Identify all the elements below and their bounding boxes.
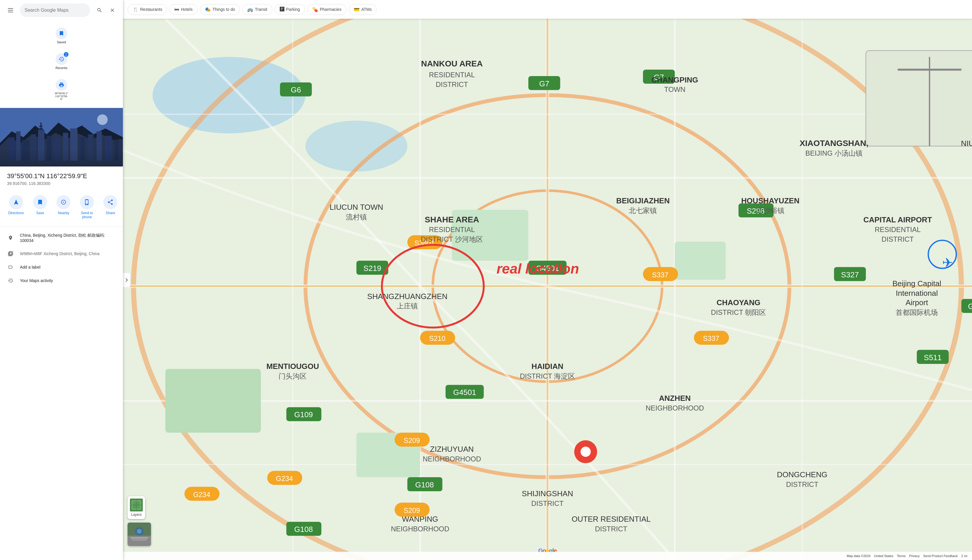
- nearby-button[interactable]: Nearby: [53, 193, 74, 222]
- svg-text:G108: G108: [415, 480, 434, 489]
- maps-activity-icon: [7, 278, 14, 283]
- svg-rect-10: [38, 130, 45, 161]
- svg-text:TOWN: TOWN: [664, 85, 685, 93]
- street-view-svg: [128, 523, 151, 546]
- layers-label: Layers: [131, 513, 142, 517]
- collapse-sidebar-button[interactable]: [123, 272, 130, 288]
- svg-text:S337: S337: [703, 334, 719, 342]
- svg-text:G6: G6: [291, 85, 301, 94]
- atms-label: ATMs: [361, 7, 372, 12]
- restaurants-filter[interactable]: 🍴 Restaurants: [128, 4, 167, 15]
- sidebar-item-saved[interactable]: Saved: [52, 25, 71, 46]
- svg-rect-18: [105, 136, 112, 161]
- plus-code-text: W98M+M8F Xicheng District, Beijing, Chin…: [20, 251, 116, 256]
- transit-filter[interactable]: 🚌 Transit: [242, 4, 272, 15]
- parking-icon: 🅿: [280, 7, 284, 12]
- address-row[interactable]: China, Beijing, Xicheng District, 劲松 邮政编…: [0, 229, 123, 247]
- terms-link[interactable]: Terms: [897, 554, 905, 558]
- svg-text:SHIJINGSHAN: SHIJINGSHAN: [522, 489, 573, 498]
- svg-text:S209: S209: [403, 507, 420, 514]
- svg-text:DISTRICT 朝阳区: DISTRICT 朝阳区: [711, 308, 766, 316]
- sidebar: 39°55'00.1"N 116°22'59.9"E Saved: [0, 0, 123, 560]
- svg-text:S511: S511: [924, 353, 942, 362]
- layers-button[interactable]: Layers: [128, 496, 145, 519]
- location-info: 39°55'00.1"N 116°22'59.9"E 39.916700, 11…: [0, 167, 123, 190]
- svg-text:DISTRICT: DISTRICT: [436, 80, 468, 88]
- svg-text:Airport: Airport: [905, 298, 929, 307]
- svg-text:DISTRICT: DISTRICT: [882, 235, 914, 243]
- hotels-filter[interactable]: 🛏 Hotels: [169, 4, 197, 15]
- info-rows: China, Beijing, Xicheng District, 劲松 邮政编…: [0, 227, 123, 290]
- top-bar: 39°55'00.1"N 116°22'59.9"E: [0, 0, 123, 20]
- scale-label: 2 mi: [961, 554, 967, 558]
- send-feedback-link[interactable]: Send Product Feedback: [923, 554, 958, 558]
- share-button[interactable]: Share: [100, 193, 121, 222]
- svg-text:MENTIOUGOU: MENTIOUGOU: [266, 362, 319, 371]
- recents-label: Recents: [56, 66, 67, 70]
- svg-rect-17: [97, 132, 102, 161]
- clear-search-button[interactable]: [107, 4, 118, 16]
- svg-text:DISTRICT: DISTRICT: [531, 500, 564, 507]
- svg-rect-12: [54, 139, 60, 161]
- svg-text:RESIDENTIAL: RESIDENTIAL: [429, 71, 475, 79]
- svg-rect-46: [165, 369, 261, 433]
- location-coords: 39.916700, 116.383300: [7, 181, 116, 186]
- svg-text:SHAHE AREA: SHAHE AREA: [425, 215, 479, 224]
- search-button[interactable]: [93, 4, 105, 16]
- pharmacies-filter[interactable]: 💊 Pharmacies: [307, 4, 347, 15]
- sidebar-item-print[interactable]: 39°55'00.1" 116°22'59.5": [51, 77, 72, 103]
- map-canvas[interactable]: G6 G7 G4501 S219 S3801 G7 NANKOU AREA RE…: [123, 19, 972, 560]
- svg-point-156: [137, 529, 142, 534]
- svg-text:real location: real location: [497, 261, 579, 277]
- svg-rect-6: [9, 137, 15, 161]
- svg-rect-8: [22, 140, 29, 161]
- svg-text:International: International: [895, 289, 938, 298]
- search-actions: [93, 4, 118, 16]
- hotels-icon: 🛏: [174, 7, 179, 12]
- svg-rect-2: [8, 12, 13, 12]
- svg-text:首都国际机场: 首都国际机场: [895, 308, 938, 316]
- privacy-link[interactable]: Privacy: [909, 554, 920, 558]
- plus-code-row[interactable]: W98M+M8F Xicheng District, Beijing, Chin…: [0, 247, 123, 260]
- svg-text:CAPITAL AIRPORT: CAPITAL AIRPORT: [864, 215, 932, 224]
- map-data-label: Map data ©2024: [847, 554, 871, 558]
- svg-text:BEIJING 小汤山镇: BEIJING 小汤山镇: [805, 149, 863, 157]
- add-label-icon: [7, 265, 14, 270]
- print-label: 39°55'00.1" 116°22'59.5": [54, 92, 69, 101]
- things-to-do-icon: 🎭: [205, 7, 211, 12]
- send-to-phone-label: Send to phone: [80, 211, 94, 219]
- svg-text:CHAOYANG: CHAOYANG: [717, 298, 760, 307]
- svg-text:BEIGIJIAZHEN: BEIGIJIAZHEN: [616, 196, 670, 205]
- menu-button[interactable]: [5, 4, 17, 16]
- things-to-do-filter[interactable]: 🎭 Things to do: [200, 4, 240, 15]
- hotels-label: Hotels: [181, 7, 193, 12]
- directions-button[interactable]: Directions: [5, 193, 27, 222]
- send-to-phone-button[interactable]: Send to phone: [77, 193, 97, 222]
- maps-activity-text: Your Maps activity: [20, 278, 116, 283]
- sidebar-item-recents[interactable]: 2 Recents: [52, 51, 71, 72]
- svg-rect-19: [114, 140, 119, 161]
- location-title: 39°55'00.1"N 116°22'59.9"E: [7, 172, 116, 180]
- save-icon: [33, 195, 47, 209]
- svg-text:G4501: G4501: [453, 388, 476, 397]
- svg-rect-7: [16, 132, 20, 161]
- street-view-thumbnail[interactable]: [128, 523, 151, 546]
- share-icon: [103, 195, 117, 209]
- atms-filter[interactable]: 💳 ATMs: [349, 4, 377, 15]
- maps-activity-row[interactable]: Your Maps activity: [0, 274, 123, 287]
- map-top-bar: 🍴 Restaurants 🛏 Hotels 🎭 Things to do 🚌 …: [123, 0, 972, 19]
- svg-text:HAIDIAN: HAIDIAN: [532, 362, 564, 371]
- svg-text:G109: G109: [294, 410, 313, 419]
- recents-badge: 2: [64, 52, 68, 57]
- search-input[interactable]: 39°55'00.1"N 116°22'59.9"E: [20, 3, 90, 17]
- parking-filter[interactable]: 🅿 Parking: [275, 4, 305, 15]
- svg-text:HOUSHAYUZEN: HOUSHAYUZEN: [741, 196, 799, 205]
- svg-text:流村镇: 流村镇: [346, 213, 367, 221]
- svg-text:ANZHEN: ANZHEN: [659, 394, 691, 403]
- save-button[interactable]: Save: [30, 193, 51, 222]
- directions-icon: [9, 195, 23, 209]
- add-label-row[interactable]: Add a label: [0, 260, 123, 274]
- svg-point-23: [97, 114, 108, 125]
- transit-label: Transit: [255, 7, 267, 12]
- svg-text:S327: S327: [841, 270, 859, 279]
